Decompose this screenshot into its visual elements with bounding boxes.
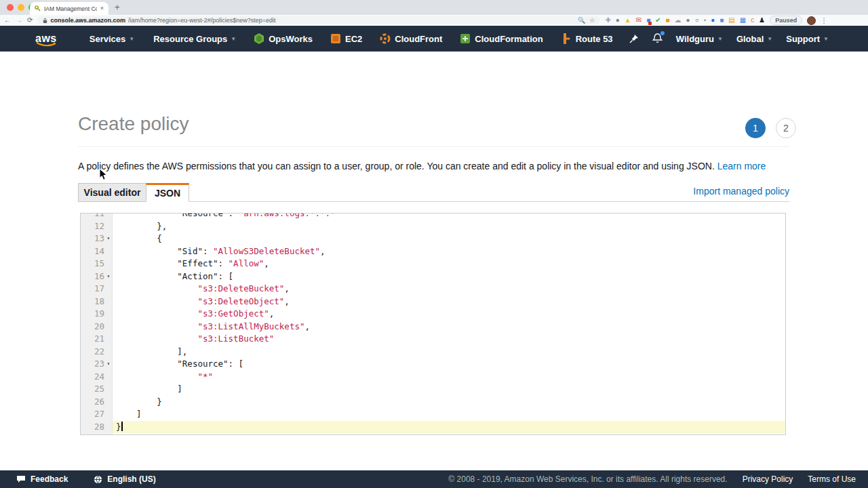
account-menu[interactable]: Wildguru ▼ xyxy=(676,34,723,44)
privacy-policy-link[interactable]: Privacy Policy xyxy=(743,474,793,484)
bookmark-star-icon[interactable]: ☆ xyxy=(589,17,595,24)
route53-icon xyxy=(561,33,572,44)
line-number: 12 xyxy=(81,220,113,233)
shortcut-cloudfront[interactable]: CloudFront xyxy=(380,33,442,44)
code-text: "Sid": "AllowS3DeleteBucket", xyxy=(113,245,785,258)
code-text: ] xyxy=(113,383,785,396)
policy-description: A policy defines the AWS permissions tha… xyxy=(78,161,766,171)
drive-icon[interactable]: ▲ xyxy=(625,17,631,24)
key-extension-icon[interactable]: ● xyxy=(616,17,620,24)
text-caret xyxy=(121,422,123,431)
close-window-button[interactable] xyxy=(7,4,14,11)
code-line[interactable]: 19 "s3:GetObject", xyxy=(81,308,785,321)
forward-icon[interactable]: → xyxy=(16,17,22,24)
gray-extension-icon[interactable]: ● xyxy=(686,17,690,24)
orange-extension-icon[interactable]: ■ xyxy=(666,17,670,24)
code-text: ] xyxy=(113,408,785,421)
chevron-down-icon: ▼ xyxy=(717,36,723,42)
tab-json[interactable]: JSON xyxy=(146,183,189,202)
feedback-button[interactable]: Feedback xyxy=(16,474,68,484)
chevron-down-icon: ▼ xyxy=(823,36,829,42)
code-line[interactable]: 28} xyxy=(81,421,785,434)
code-line[interactable]: 16▾ "Action": [ xyxy=(81,270,785,283)
browser-profile-avatar[interactable] xyxy=(807,16,816,25)
code-line[interactable]: 20 "s3:ListAllMyBuckets", xyxy=(81,321,785,333)
terms-of-use-link[interactable]: Terms of Use xyxy=(808,474,856,484)
iam-key-favicon-icon xyxy=(35,5,41,12)
region-menu[interactable]: Global ▼ xyxy=(736,34,772,44)
code-text: "Resource": [ xyxy=(113,358,785,371)
new-tab-button[interactable]: + xyxy=(115,2,120,12)
blue-badge-extension-icon[interactable]: ■ xyxy=(646,17,650,24)
code-line[interactable]: 23▾ "Resource": [ xyxy=(81,358,785,371)
code-line[interactable]: 14 "Sid": "AllowS3DeleteBucket", xyxy=(81,245,785,258)
reload-icon[interactable]: ⟳ xyxy=(27,17,33,24)
extension-icons: ✚●▲✉■✔■☁●○▪●■▤▦c♟ xyxy=(605,17,765,24)
address-bar[interactable]: console.aws.amazon.com /iam/home?region=… xyxy=(37,16,600,24)
console-footer: Feedback English (US) © 2008 - 2019, Ama… xyxy=(0,470,868,488)
code-line[interactable]: 27 ] xyxy=(81,408,785,421)
blue-square-extension-icon[interactable]: ■ xyxy=(719,17,724,24)
fold-arrow-icon[interactable]: ▾ xyxy=(104,270,113,283)
fold-arrow-icon[interactable]: ▾ xyxy=(104,232,113,245)
check-extension-icon[interactable]: ✔ xyxy=(655,17,660,24)
code-text: "s3:ListAllMyBuckets", xyxy=(113,321,785,333)
code-line[interactable]: 18 "s3:DeleteObject", xyxy=(81,296,785,308)
fold-arrow-icon[interactable]: ▾ xyxy=(104,358,113,371)
pin-icon[interactable] xyxy=(629,34,639,43)
tab-visual-editor[interactable]: Visual editor xyxy=(78,183,146,202)
c-extension-icon[interactable]: c xyxy=(751,17,754,24)
puzzle-extension-icon[interactable]: ✚ xyxy=(605,17,610,24)
url-host: console.aws.amazon.com xyxy=(50,17,125,24)
aws-navbar: aws Services ▼ Resource Groups ▼ OpsWork… xyxy=(0,26,868,52)
mouse-cursor xyxy=(99,168,108,181)
aws-logo[interactable]: aws xyxy=(35,33,57,45)
grid-extension-icon[interactable]: ▦ xyxy=(740,17,746,24)
language-button[interactable]: English (US) xyxy=(94,474,155,484)
code-text: "s3:ListBucket" xyxy=(113,333,785,346)
browser-tab[interactable]: IAM Management Console × xyxy=(30,2,108,15)
services-menu[interactable]: Services ▼ xyxy=(90,34,134,44)
minimize-window-button[interactable] xyxy=(18,4,24,11)
small-gray-extension-icon[interactable]: ▪ xyxy=(704,17,707,24)
learn-more-link[interactable]: Learn more xyxy=(717,161,766,171)
import-managed-policy-link[interactable]: Import managed policy xyxy=(693,186,789,197)
paused-badge[interactable]: Paused xyxy=(770,16,802,25)
code-line[interactable]: 21 "s3:ListBucket" xyxy=(81,333,785,346)
zoom-page-icon[interactable]: 🔍 xyxy=(578,17,585,24)
opsworks-icon xyxy=(254,33,264,44)
code-line[interactable]: 17 "s3:DeleteBucket", xyxy=(81,283,785,296)
code-line[interactable]: 26 } xyxy=(81,396,785,409)
json-policy-editor[interactable]: 11 "Resource": "arn:aws:logs:*:*:*"12 },… xyxy=(80,213,786,435)
line-number: 24 xyxy=(81,371,113,384)
code-line[interactable]: 13▾ { xyxy=(81,232,785,245)
gmail-icon[interactable]: ✉ xyxy=(636,17,642,24)
folder-extension-icon[interactable]: ▤ xyxy=(728,17,734,24)
code-line[interactable]: 12 }, xyxy=(81,220,785,233)
shortcut-opsworks[interactable]: OpsWorks xyxy=(254,33,313,44)
code-line[interactable]: 25 ] xyxy=(81,383,785,396)
line-number: 15 xyxy=(81,258,113,270)
cloud-extension-icon[interactable]: ☁ xyxy=(675,17,682,24)
shortcut-ec2[interactable]: EC2 xyxy=(330,33,362,44)
code-text: } xyxy=(113,396,785,409)
ring-extension-icon[interactable]: ○ xyxy=(695,17,699,24)
browser-menu-icon[interactable]: ⋮ xyxy=(821,17,827,24)
code-line[interactable]: 15 "Effect": "Allow", xyxy=(81,258,785,270)
tab-title: IAM Management Console xyxy=(44,5,97,12)
code-line[interactable]: 22 ], xyxy=(81,346,785,359)
resource-groups-menu[interactable]: Resource Groups ▼ xyxy=(153,34,236,44)
support-menu[interactable]: Support ▼ xyxy=(786,34,829,44)
code-line[interactable]: 24 "*" xyxy=(81,371,785,384)
dark-extension-icon[interactable]: ♟ xyxy=(759,17,765,24)
globe-extension-icon[interactable]: ● xyxy=(711,17,715,24)
close-tab-icon[interactable]: × xyxy=(100,5,104,12)
shortcut-cloudformation[interactable]: CloudFormation xyxy=(460,33,542,44)
code-line[interactable]: 11 "Resource": "arn:aws:logs:*:*:*" xyxy=(81,213,785,220)
code-text: }, xyxy=(113,220,785,233)
notifications-button[interactable] xyxy=(652,33,663,45)
step-1-badge: 1 xyxy=(745,118,766,138)
line-number: 19 xyxy=(81,308,113,321)
shortcut-route53[interactable]: Route 53 xyxy=(561,33,613,44)
back-icon[interactable]: ← xyxy=(4,17,11,24)
